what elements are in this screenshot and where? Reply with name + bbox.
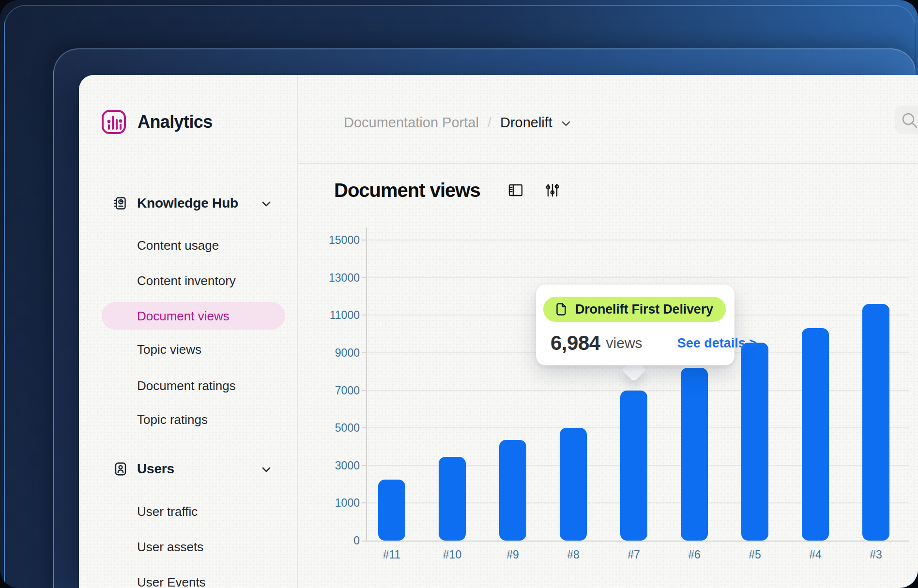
sidebar-item-user-traffic[interactable]: User traffic — [79, 494, 297, 529]
document-badge: Dronelift First Delivery — [543, 297, 726, 322]
x-axis-label: #4 — [794, 548, 837, 561]
sidebar-section-knowledge-hub[interactable]: Knowledge Hub — [79, 186, 297, 221]
backdrop: Analytics Knowledge Hub Content u — [0, 0, 918, 588]
page-title: Document views — [334, 180, 480, 201]
bar-7[interactable] — [620, 391, 647, 541]
gridline-15000 — [366, 240, 909, 241]
bar-10[interactable] — [439, 457, 466, 541]
bar-6[interactable] — [681, 368, 708, 541]
y-axis-label: 7000 — [297, 384, 360, 397]
tooltip-stats: 6,984 views See details > — [551, 331, 722, 356]
sidebar-item-label: Content inventory — [137, 263, 236, 298]
tooltip-views-value: 6,984 — [551, 332, 600, 355]
y-axis-label: 0 — [297, 534, 360, 547]
notebook-icon — [113, 196, 128, 211]
x-axis-label: #7 — [612, 548, 656, 561]
bar-8[interactable] — [560, 428, 587, 541]
sidebar-item-label: Document views — [137, 299, 230, 333]
x-axis-label: #10 — [430, 548, 474, 561]
chevron-down-icon[interactable] — [260, 198, 272, 210]
bar-11[interactable] — [378, 480, 405, 541]
user-icon — [113, 462, 128, 476]
breadcrumb-current[interactable]: Dronelift — [500, 115, 552, 131]
y-tick — [362, 465, 367, 466]
x-axis-label: #11 — [370, 548, 413, 561]
x-axis-label: #8 — [551, 548, 595, 561]
sidebar-item-label: Topic views — [137, 332, 201, 367]
x-axis-label: #6 — [673, 548, 716, 561]
chevron-down-icon[interactable] — [260, 464, 272, 475]
y-axis-label: 13000 — [297, 271, 360, 285]
breadcrumb: Documentation Portal / Dronelift — [344, 113, 572, 132]
tooltip-views-label: views — [606, 335, 643, 351]
y-axis-line — [366, 227, 367, 541]
sidebar-item-label: User traffic — [137, 494, 198, 529]
see-details-link[interactable]: See details > — [677, 336, 757, 351]
sidebar-item-label: Content usage — [137, 228, 219, 263]
sidebar: Analytics Knowledge Hub Content u — [79, 75, 297, 588]
sidebar-item-topic-ratings[interactable]: Topic ratings — [79, 402, 297, 437]
x-axis-label: #9 — [491, 548, 535, 561]
x-axis-line — [362, 541, 909, 542]
sidebar-item-label: Topic ratings — [137, 402, 208, 437]
y-tick — [362, 352, 367, 353]
sidebar-section-users[interactable]: Users — [79, 452, 297, 486]
bar-4[interactable] — [802, 328, 829, 541]
bar-9[interactable] — [499, 440, 526, 541]
analytics-logo-icon — [101, 109, 127, 135]
x-axis-label: #3 — [854, 548, 898, 561]
search-button[interactable] — [895, 106, 918, 134]
app-window: Analytics Knowledge Hub Content u — [79, 75, 918, 588]
sidebar-item-user-assets[interactable]: User assets — [79, 529, 297, 564]
sidebar-item-content-inventory[interactable]: Content inventory — [79, 263, 297, 298]
sidebar-item-content-usage[interactable]: Content usage — [79, 228, 297, 263]
y-axis-label: 3000 — [297, 459, 360, 472]
sidebar-item-label: User Events — [137, 565, 206, 588]
sidebar-item-topic-views[interactable]: Topic views — [79, 332, 297, 367]
y-tick — [362, 427, 367, 428]
y-axis-label: 15000 — [297, 233, 360, 247]
x-axis-label: #5 — [733, 548, 777, 561]
y-tick — [362, 315, 367, 316]
y-axis-label: 11000 — [297, 308, 360, 322]
y-tick — [362, 240, 367, 241]
tooltip-document-title: Dronelift First Delivery — [575, 302, 713, 317]
bar-3[interactable] — [862, 304, 889, 541]
brand-name: Analytics — [138, 112, 213, 132]
search-icon — [901, 111, 918, 130]
y-axis-label: 1000 — [297, 496, 360, 510]
filters-sliders-icon[interactable] — [544, 182, 561, 198]
sidebar-item-label: User assets — [137, 529, 203, 564]
y-axis-label: 9000 — [297, 346, 360, 360]
file-icon — [554, 302, 568, 317]
app-logo: Analytics — [101, 109, 213, 135]
y-tick — [362, 390, 367, 391]
sidebar-item-user-events[interactable]: User Events — [79, 565, 297, 588]
chevron-down-icon[interactable] — [560, 118, 572, 129]
sidebar-item-document-ratings[interactable]: Document ratings — [79, 368, 297, 403]
breadcrumb-parent[interactable]: Documentation Portal — [344, 115, 479, 131]
sidebar-item-label: Document ratings — [137, 368, 236, 403]
sidebar-section-label: Knowledge Hub — [137, 186, 238, 221]
gridline-13000 — [366, 277, 909, 278]
sidebar-item-document-views[interactable]: Document views — [79, 299, 297, 333]
chart-tooltip: Dronelift First Delivery 6,984 views See… — [536, 285, 734, 365]
y-tick — [362, 502, 367, 503]
breadcrumb-separator: / — [488, 115, 491, 131]
bar-5[interactable] — [741, 343, 768, 541]
sidebar-section-label: Users — [137, 452, 174, 486]
y-axis-label: 5000 — [297, 421, 360, 435]
panel-layout-icon[interactable] — [507, 182, 524, 198]
y-tick — [362, 277, 367, 278]
